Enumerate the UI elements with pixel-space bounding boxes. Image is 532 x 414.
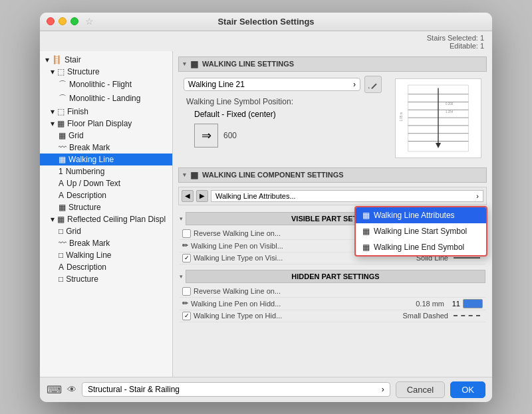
type-hidden-val: Small Dashed — [403, 312, 448, 320]
type-hidden-checkbox[interactable]: ✓ — [182, 312, 191, 320]
sidebar-item-finish[interactable]: ▾ ⬚ Finish — [40, 106, 172, 118]
wls-triangle-icon: ▾ — [183, 60, 186, 67]
sidebar-item-walking-line[interactable]: ▦ Walking Line — [40, 154, 172, 165]
preview-svg: 1.05 m 0.200 1.254 — [396, 79, 481, 157]
sidebar-item-structure[interactable]: ▾ ⬚ Structure — [40, 66, 172, 78]
popup-start-label: Walking Line Start Symbol — [374, 227, 467, 236]
pen-hidden-num: 11 — [447, 300, 460, 308]
profile-icon: ⌨ — [47, 383, 62, 396]
popup-item-attributes[interactable]: ▦ Walking Line Attributes — [356, 207, 486, 223]
footer: ⌨ 👁 Structural - Stair & Railing › Cance… — [40, 377, 492, 402]
profile-arrow-icon: › — [382, 385, 384, 394]
nav-next-button[interactable]: ▶ — [196, 190, 208, 202]
cancel-button[interactable]: Cancel — [396, 381, 445, 398]
popup-attributes-icon: ▦ — [362, 211, 370, 220]
hidden-row-reverse: Reverse Walking Line on... — [180, 286, 485, 298]
wl2-label: Walking Line — [66, 251, 111, 260]
reflected-label: Reflected Ceiling Plan Displ — [67, 215, 166, 224]
sidebar-item-up-down-text[interactable]: A Up / Down Text — [40, 177, 172, 189]
wls-icon: ▦ — [190, 59, 198, 69]
fpd-label: Floor Plan Display — [67, 119, 132, 128]
wl2-icon: □ — [59, 251, 63, 260]
symbol-position-value-row: Default - Fixed (center) — [181, 109, 384, 120]
struct2-icon: ▦ — [59, 203, 66, 212]
ok-button[interactable]: OK — [450, 381, 485, 398]
updown-icon: A — [59, 179, 64, 188]
reverse-visible-checkbox[interactable] — [182, 229, 191, 238]
walking-line-settings-header: ▾ ▦ WALKING LINE SETTINGS — [178, 56, 487, 72]
solid-line-icon — [454, 257, 480, 259]
reverse-hidden-checkbox[interactable] — [182, 287, 191, 296]
stairs-selected-label: Stairs Selected: 1 — [427, 34, 484, 42]
profile-dropdown[interactable]: Structural - Stair & Railing › — [82, 382, 390, 397]
symbol-position-value: Default - Fixed (center) — [194, 110, 276, 119]
flight-label: Monolithic - Flight — [69, 80, 132, 89]
stair-triangle-icon: ▾ — [45, 55, 49, 64]
popup-item-end-symbol[interactable]: ▦ Walking Line End Symbol — [356, 239, 486, 255]
visible-triangle-icon: ▾ — [180, 215, 183, 222]
component-nav-row: ◀ ▶ Walking Line Attributes... › ▦ Walki… — [178, 187, 487, 205]
grid2-icon: □ — [59, 227, 63, 236]
popup-end-icon: ▦ — [362, 243, 370, 252]
sidebar-item-description[interactable]: A Description — [40, 189, 172, 201]
profile-label: Structural - Stair & Railing — [88, 385, 180, 394]
hidden-row-pen: ✏ Walking Line Pen on Hidd... 0.18 mm 11 — [180, 298, 485, 310]
sidebar-item-description2[interactable]: A Description — [40, 261, 172, 273]
stair-icon: 🪜 — [52, 55, 62, 64]
cs-triangle-icon: ▾ — [183, 171, 186, 178]
popup-item-start-symbol[interactable]: ▦ Walking Line Start Symbol — [356, 223, 486, 239]
sidebar-item-monolithic-landing[interactable]: ⌒ Monolithic - Landing — [40, 92, 172, 106]
symbol-position-label: Walking Line Symbol Position: — [186, 97, 293, 106]
hidden-settings-header: HIDDEN PART SETTINGS — [186, 270, 485, 283]
numbering-label: Numbering — [66, 167, 105, 176]
sidebar-item-structure2[interactable]: ▦ Structure — [40, 201, 172, 213]
svg-text:1.254: 1.254 — [446, 110, 454, 113]
sidebar-item-break-mark[interactable]: 〰 Break Mark — [40, 142, 172, 154]
edit-symbol-button[interactable] — [364, 76, 382, 93]
pen-hidden-color[interactable] — [463, 299, 483, 308]
sidebar-item-walking-line2[interactable]: □ Walking Line — [40, 249, 172, 261]
sidebar-item-structure3[interactable]: □ Structure — [40, 273, 172, 285]
pen-hidden-val: 0.18 mm — [411, 300, 444, 308]
check2-icon: ✓ — [184, 312, 190, 319]
minimize-button[interactable] — [59, 17, 66, 25]
main-window: ☆ Stair Selection Settings Stairs Select… — [40, 13, 492, 402]
close-button[interactable] — [47, 17, 55, 25]
walking-line-dropdown[interactable]: Walking Line 21 › — [184, 78, 360, 91]
nav-prev-button[interactable]: ◀ — [182, 190, 194, 202]
titlebar: ☆ Stair Selection Settings — [40, 13, 492, 31]
grid-label: Grid — [68, 131, 84, 140]
break2-icon: 〰 — [59, 239, 66, 248]
sidebar-item-floor-plan-display[interactable]: ▾ ▦ Floor Plan Display — [40, 118, 172, 130]
wls-title: WALKING LINE SETTINGS — [202, 60, 294, 68]
maximize-button[interactable] — [70, 17, 78, 25]
popup-end-label: Walking Line End Symbol — [374, 243, 464, 252]
sidebar-item-grid[interactable]: ▦ Grid — [40, 130, 172, 142]
grid-icon: ▦ — [59, 131, 66, 140]
nav-label-dropdown[interactable]: Walking Line Attributes... › — [211, 190, 483, 202]
pen-hidden-label: Walking Line Pen on Hidd... — [191, 300, 408, 308]
sidebar-item-numbering[interactable]: 1 Numbering — [40, 165, 172, 177]
walking-line-icon: ▦ — [59, 155, 66, 164]
landing-icon: ⌒ — [59, 93, 66, 104]
sidebar-item-reflected-ceiling[interactable]: ▾ ▦ Reflected Ceiling Plan Displ — [40, 213, 172, 225]
sidebar-item-stair[interactable]: ▾ 🪜 Stair — [40, 54, 172, 66]
sidebar-item-monolithic-flight[interactable]: ⌒ Monolithic - Flight — [40, 78, 172, 92]
hidden-row-type: ✓ Walking Line Type on Hid... Small Dash… — [180, 310, 485, 322]
cs-icon: ▦ — [190, 170, 198, 180]
sidebar: ▾ 🪜 Stair ▾ ⬚ Structure ⌒ Monolithic - F… — [40, 51, 173, 377]
component-section: ▾ ▦ WALKING LINE COMPONENT SETTINGS ◀ ▶ … — [178, 167, 487, 322]
hidden-part-container: ▾ HIDDEN PART SETTINGS Reverse Walking L… — [178, 267, 487, 322]
type-visible-checkbox[interactable]: ✓ — [182, 254, 191, 262]
struct3-label: Structure — [66, 274, 98, 284]
symbol-icon: ⇒ — [194, 124, 218, 148]
break-icon: 〰 — [59, 143, 66, 152]
content-area: ▾ ▦ WALKING LINE SETTINGS Walking Line 2… — [173, 51, 492, 377]
sidebar-item-grid2[interactable]: □ Grid — [40, 225, 172, 237]
sidebar-item-break-mark2[interactable]: 〰 Break Mark — [40, 237, 172, 249]
landing-label: Monolithic - Landing — [69, 94, 140, 103]
dropdown-arrow-icon: › — [353, 80, 356, 89]
svg-rect-0 — [371, 83, 376, 88]
walking-line-dropdown-popup: ▦ Walking Line Attributes ▦ Walking Line… — [354, 206, 487, 257]
bookmark-icon[interactable]: ☆ — [85, 16, 94, 27]
